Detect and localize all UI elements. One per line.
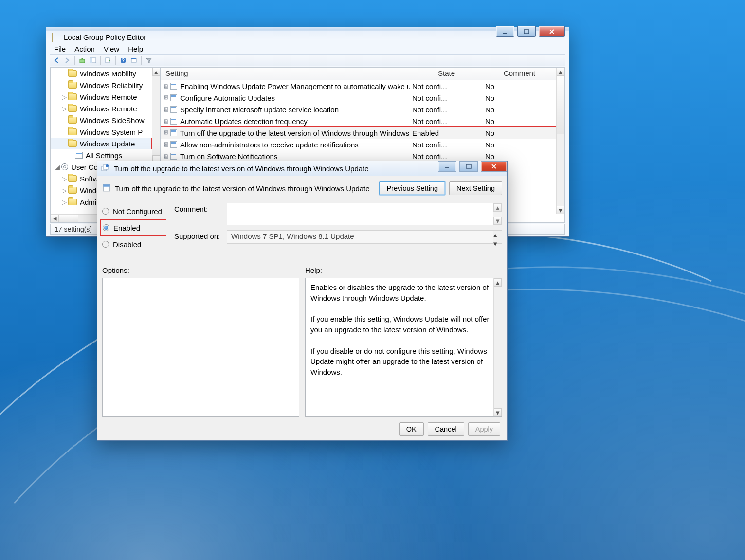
policy-icon [170, 106, 177, 113]
separator [141, 56, 142, 65]
folder-icon [68, 117, 77, 124]
settings-icon [75, 152, 83, 159]
comment-cell: No [483, 152, 556, 161]
list-row[interactable]: ⊞Specify intranet Microsoft update servi… [161, 104, 556, 115]
comment-scrollbar[interactable]: ▴▾ [493, 203, 502, 225]
help-text: If you disable or do not configure this … [310, 346, 497, 378]
scroll-down-icon[interactable]: ▾ [557, 206, 564, 214]
menu-file[interactable]: File [54, 45, 66, 53]
list-row[interactable]: ⊞Enabling Windows Update Power Managemen… [161, 80, 556, 92]
tree-item-label: Windows SideShow [80, 116, 145, 125]
expand-icon[interactable]: ⊞ [164, 95, 168, 100]
cancel-button[interactable]: Cancel [428, 422, 464, 436]
scroll-up-icon[interactable]: ▴ [493, 203, 502, 212]
properties-button[interactable] [129, 56, 138, 65]
expand-icon[interactable]: ⊞ [164, 84, 168, 89]
menu-help[interactable]: Help [128, 45, 143, 53]
titlebar[interactable]: Local Group Policy Editor [50, 31, 565, 43]
scroll-up-icon[interactable]: ▴ [494, 278, 502, 287]
list-row[interactable]: ⊞Automatic Updates detection frequencyNo… [161, 115, 556, 127]
tree-item[interactable]: Windows System P [51, 126, 152, 138]
state-cell: Not confi... [410, 141, 483, 149]
tree-item[interactable]: Windows Reliability [51, 79, 152, 91]
radio-not-configured[interactable]: Not Configured [102, 203, 170, 219]
setting-cell: Enabling Windows Update Power Management… [180, 82, 410, 90]
setting-cell: Allow non-administrators to receive upda… [180, 141, 359, 149]
list-row[interactable]: ⊞Configure Automatic UpdatesNot confi...… [161, 92, 556, 104]
expander-icon[interactable]: ▷ [61, 93, 67, 101]
menu-action[interactable]: Action [74, 45, 95, 53]
filter-button[interactable] [145, 56, 153, 65]
policy-icon [170, 129, 177, 136]
help-button[interactable]: ? [119, 56, 127, 65]
svg-text:?: ? [122, 58, 125, 63]
expander-icon[interactable]: ◢ [55, 163, 60, 171]
tree-item-label: All Settings [86, 151, 122, 160]
dialog-close-button[interactable] [481, 161, 507, 172]
scroll-up-icon[interactable]: ▴ [557, 68, 564, 76]
dialog-titlebar[interactable]: Turn off the upgrade to the latest versi… [97, 161, 507, 176]
forward-button[interactable] [63, 56, 72, 65]
close-button[interactable] [539, 26, 565, 37]
tree-item[interactable]: Windows SideShow [51, 114, 152, 126]
scroll-down-icon[interactable]: ▾ [494, 408, 502, 416]
help-label: Help: [305, 266, 502, 278]
mmc-icon [101, 164, 110, 173]
radio-disabled[interactable]: Disabled [102, 236, 170, 253]
tree-item-label: Windows Reliability [80, 81, 143, 90]
expand-icon[interactable]: ⊞ [164, 142, 168, 147]
radio-icon [102, 208, 109, 215]
menu-view[interactable]: View [104, 45, 119, 53]
list-row[interactable]: ⊞Turn off the upgrade to the latest vers… [161, 127, 556, 139]
tree-item[interactable]: All Settings [51, 149, 152, 161]
expand-icon[interactable]: ⊞ [164, 154, 168, 159]
tree-item[interactable]: Windows Mobility [51, 68, 152, 79]
expand-icon[interactable]: ⊞ [164, 130, 168, 135]
dialog-heading: Turn off the upgrade to the latest versi… [115, 184, 370, 193]
scroll-up-icon[interactable]: ▴ [152, 68, 160, 76]
state-cell: Not confi... [410, 117, 483, 126]
dialog-minimize-button[interactable] [438, 161, 456, 172]
list-row[interactable]: ⊞Allow non-administrators to receive upd… [161, 139, 556, 150]
options-panel [102, 278, 299, 417]
scroll-down-icon[interactable]: ▾ [493, 217, 502, 225]
scrollbar-thumb[interactable] [557, 76, 564, 134]
up-button[interactable] [78, 56, 87, 65]
list-vertical-scrollbar[interactable]: ▴ ▾ [556, 68, 564, 214]
policy-icon [170, 94, 177, 101]
maximize-button[interactable] [517, 26, 536, 37]
folder-icon [68, 70, 77, 77]
tree-item[interactable]: ▷Windows Remote [51, 91, 152, 103]
show-hide-tree-button[interactable] [89, 56, 97, 65]
radio-enabled[interactable]: Enabled [100, 219, 166, 236]
dialog-maximize-button[interactable] [459, 161, 478, 172]
column-state[interactable]: State [410, 68, 483, 80]
next-setting-button[interactable]: Next Setting [449, 181, 502, 195]
expand-icon[interactable]: ⊞ [164, 107, 168, 112]
policy-icon [170, 153, 177, 160]
tree-item[interactable]: ▷Windows Remote [51, 103, 152, 114]
expand-icon[interactable]: ⊞ [164, 119, 168, 124]
help-scrollbar[interactable]: ▴ ▾ [493, 278, 502, 416]
export-button[interactable] [104, 56, 112, 65]
column-comment[interactable]: Comment [483, 68, 556, 80]
state-cell: Not confi... [410, 106, 483, 114]
previous-setting-button[interactable]: Previous Setting [379, 181, 445, 195]
ok-button[interactable]: OK [399, 422, 424, 436]
scroll-left-icon[interactable]: ◂ [51, 215, 59, 222]
scroll-down-icon: ▾ [493, 239, 502, 248]
folder-icon [68, 128, 77, 135]
setting-cell: Turn on Software Notifications [180, 152, 277, 161]
expander-icon[interactable]: ▷ [61, 105, 67, 112]
expander-icon[interactable]: ▷ [61, 199, 67, 206]
column-setting[interactable]: Setting [161, 68, 410, 80]
minimize-button[interactable] [496, 26, 514, 37]
folder-icon [68, 82, 77, 89]
expander-icon[interactable]: ▷ [61, 175, 67, 182]
apply-button[interactable]: Apply [468, 422, 500, 436]
tree-item[interactable]: Windows Update [51, 138, 152, 149]
scrollbar-thumb[interactable] [59, 215, 78, 222]
back-button[interactable] [52, 56, 61, 65]
expander-icon[interactable]: ▷ [61, 187, 67, 194]
comment-input[interactable]: ▴▾ [227, 203, 502, 225]
